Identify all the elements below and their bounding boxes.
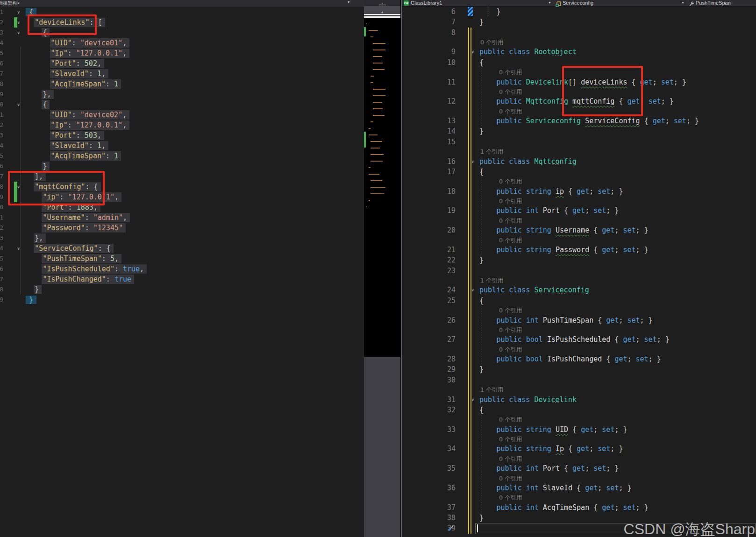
json-line[interactable]: 7"SlaveId": 1, — [0, 69, 364, 79]
json-line[interactable]: 15"AcqTimeSpan": 1 — [0, 151, 364, 161]
codelens-references[interactable]: 1 个引用 — [480, 276, 503, 285]
codelens-row[interactable]: 1 个引用 — [402, 276, 756, 285]
collapse-chevron-icon[interactable]: ∨ — [471, 156, 474, 167]
json-line[interactable]: 9}, — [0, 89, 364, 99]
codelens-references[interactable]: 0 个引用 — [499, 107, 522, 116]
minimap[interactable] — [364, 18, 400, 357]
code-line[interactable]: 20public string Username { get; set; } — [402, 225, 756, 235]
fold-chevron-icon[interactable]: ∨ — [17, 17, 20, 28]
code-line[interactable]: 27public bool IsPushScheduled { get; set… — [402, 334, 756, 345]
codelens-row[interactable]: 1 个引用 — [402, 385, 756, 395]
type-dropdown[interactable]: Serviceconfig ▼ — [554, 0, 687, 6]
codelens-references[interactable]: 0 个引用 — [499, 345, 522, 354]
code-line[interactable]: 28public bool IsPushChanged { get; set; … — [402, 354, 756, 364]
codelens-references[interactable]: 0 个引用 — [499, 197, 522, 206]
schema-selector-label[interactable]: 选择架构> — [0, 0, 20, 6]
codelens-references[interactable]: 1 个引用 — [480, 385, 503, 395]
codelens-references[interactable]: 0 个引用 — [499, 474, 522, 483]
codelens-references[interactable]: 0 个引用 — [499, 325, 522, 335]
codelens-references[interactable]: 0 个引用 — [499, 306, 522, 315]
chevron-down-icon[interactable]: ▼ — [348, 0, 349, 4]
codelens-references[interactable]: 0 个引用 — [499, 435, 522, 444]
json-line[interactable]: 13"Port": 503, — [0, 130, 364, 141]
code-line[interactable]: 9∨public class Rootobject — [402, 47, 756, 57]
json-line[interactable]: 28} — [0, 284, 364, 295]
code-line[interactable]: 15 — [402, 137, 756, 147]
codelens-references[interactable]: 0 个引用 — [499, 216, 522, 226]
code-line[interactable]: 29} — [402, 364, 756, 374]
code-line[interactable]: 17{ — [402, 167, 756, 177]
json-line[interactable]: 8"AcqTimeSpan": 1 — [0, 79, 364, 89]
codelens-row[interactable]: 0 个引用 — [402, 38, 756, 47]
codelens-references[interactable]: 0 个引用 — [499, 415, 522, 424]
json-line[interactable]: 27"IsPushChanged": true — [0, 274, 364, 284]
chevron-down-icon[interactable]: ▼ — [681, 1, 685, 4]
fold-chevron-icon[interactable]: ∨ — [17, 28, 20, 38]
json-line[interactable]: 4"UID": "device01", — [0, 38, 364, 48]
codelens-references[interactable]: 0 个引用 — [499, 68, 522, 77]
codelens-row[interactable]: 1 个引用 — [402, 147, 756, 156]
code-line[interactable]: 19public int Port { get; set; } — [402, 205, 756, 216]
collapse-chevron-icon[interactable]: ∨ — [471, 47, 474, 57]
split-handle-icon[interactable] — [364, 0, 400, 6]
json-line[interactable]: 22"Password": "12345" — [0, 223, 364, 233]
codelens-references[interactable]: 0 个引用 — [480, 38, 503, 47]
code-line[interactable]: 24∨public class Serviceconfig — [402, 285, 756, 295]
code-line[interactable]: 22} — [402, 255, 756, 265]
code-line[interactable]: 31∨public class Devicelink — [402, 395, 756, 405]
json-line[interactable]: 10∨{ — [0, 99, 364, 110]
codelens-row[interactable]: 0 个引用 — [402, 493, 756, 502]
code-line[interactable]: 13public Serviceconfig ServiceConfig { g… — [402, 116, 756, 126]
json-line[interactable]: 23}, — [0, 233, 364, 243]
project-dropdown[interactable]: C# ClassLibrary1 ▼ — [402, 0, 554, 6]
code-line[interactable]: 34public string Ip { get; set; } — [402, 444, 756, 454]
quick-actions-screwdriver-icon[interactable] — [447, 524, 455, 534]
code-line[interactable]: 26public int PushTimeSpan { get; set; } — [402, 315, 756, 325]
code-line[interactable]: 30 — [402, 375, 756, 385]
chevron-down-icon[interactable]: ▼ — [548, 1, 551, 4]
code-line[interactable]: 7} — [402, 17, 756, 27]
code-line[interactable]: 14} — [402, 126, 756, 136]
code-line[interactable]: 37public int AcqTimeSpan { get; set; } — [402, 502, 756, 513]
fold-chevron-icon[interactable]: ∨ — [17, 7, 20, 17]
codelens-row[interactable]: 0 个引用 — [402, 454, 756, 464]
json-line[interactable]: 21"Username": "admin", — [0, 212, 364, 223]
collapse-chevron-icon[interactable]: ∨ — [471, 395, 474, 405]
codelens-references[interactable]: 0 个引用 — [499, 177, 522, 186]
code-line[interactable]: 23 — [402, 266, 756, 276]
codelens-row[interactable]: 0 个引用 — [402, 345, 756, 354]
json-line[interactable]: 6"Port": 502, — [0, 58, 364, 69]
code-line[interactable]: 25{ — [402, 296, 756, 306]
json-line[interactable]: 26"IsPushScheduled": true, — [0, 264, 364, 274]
json-line[interactable]: 14"SlaveId": 1, — [0, 141, 364, 151]
fold-chevron-icon[interactable]: ∨ — [17, 243, 20, 254]
json-line[interactable]: 25"PushTimeSpan": 5, — [0, 254, 364, 264]
codelens-references[interactable]: 0 个引用 — [499, 493, 522, 502]
codelens-row[interactable]: 0 个引用 — [402, 415, 756, 424]
code-line[interactable]: 33public string UID { get; set; } — [402, 424, 756, 435]
codelens-row[interactable]: 0 个引用 — [402, 177, 756, 186]
codelens-references[interactable]: 0 个引用 — [499, 454, 522, 464]
json-line[interactable]: 16} — [0, 161, 364, 171]
codelens-row[interactable]: 0 个引用 — [402, 474, 756, 483]
code-line[interactable]: 32{ — [402, 405, 756, 415]
json-line[interactable]: 29} — [0, 295, 364, 305]
code-line[interactable]: 21public string Password { get; set; } — [402, 245, 756, 255]
codelens-references[interactable]: 0 个引用 — [499, 87, 522, 97]
code-line[interactable]: 16∨public class Mqttconfig — [402, 156, 756, 167]
json-line[interactable]: 12"Ip": "127.0.0.1", — [0, 120, 364, 130]
code-line[interactable]: 35public int Port { get; set; } — [402, 463, 756, 473]
codelens-row[interactable]: 0 个引用 — [402, 306, 756, 315]
codelens-row[interactable]: 0 个引用 — [402, 435, 756, 444]
scroll-up-button[interactable]: ▲ — [364, 6, 400, 14]
codelens-references[interactable]: 1 个引用 — [480, 147, 503, 156]
json-editor-pane[interactable]: 选择架构> ▼ 1∨{2∨"deviceLinks": [3∨{4"UID": … — [0, 0, 364, 537]
json-line[interactable]: 5"Ip": "127.0.0.1", — [0, 48, 364, 58]
codelens-references[interactable]: 0 个引用 — [499, 236, 522, 245]
json-line[interactable]: 11"UID": "device02", — [0, 110, 364, 120]
json-schema-bar[interactable]: 选择架构> ▼ — [0, 0, 364, 7]
member-dropdown[interactable]: PushTimeSpan — [687, 0, 756, 6]
code-line[interactable]: 18public string ip { get; set; } — [402, 186, 756, 197]
code-line[interactable]: 36public int SlaveId { get; set; } — [402, 483, 756, 493]
fold-chevron-icon[interactable]: ∨ — [17, 99, 20, 110]
